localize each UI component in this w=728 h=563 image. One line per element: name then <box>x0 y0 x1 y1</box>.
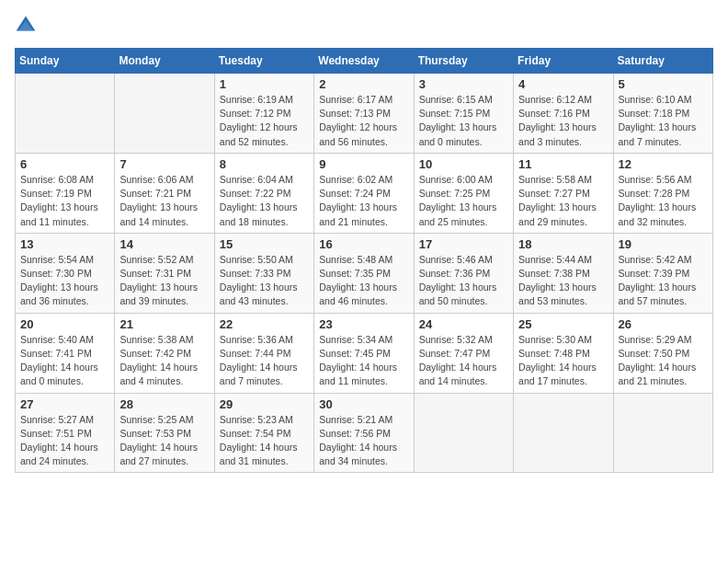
day-number: 23 <box>319 317 408 331</box>
day-info: Sunrise: 5:30 AM Sunset: 7:48 PM Dayligh… <box>518 333 608 389</box>
week-row-4: 20Sunrise: 5:40 AM Sunset: 7:41 PM Dayli… <box>16 313 713 393</box>
day-info: Sunrise: 6:00 AM Sunset: 7:25 PM Dayligh… <box>419 173 508 229</box>
day-info: Sunrise: 5:27 AM Sunset: 7:51 PM Dayligh… <box>20 413 109 469</box>
day-cell: 2Sunrise: 6:17 AM Sunset: 7:13 PM Daylig… <box>314 74 414 154</box>
day-number: 30 <box>319 397 408 411</box>
day-cell: 19Sunrise: 5:42 AM Sunset: 7:39 PM Dayli… <box>613 233 712 313</box>
week-row-5: 27Sunrise: 5:27 AM Sunset: 7:51 PM Dayli… <box>16 393 713 473</box>
day-number: 6 <box>20 157 109 171</box>
day-cell: 13Sunrise: 5:54 AM Sunset: 7:30 PM Dayli… <box>16 233 115 313</box>
day-info: Sunrise: 5:32 AM Sunset: 7:47 PM Dayligh… <box>419 333 508 389</box>
day-info: Sunrise: 5:23 AM Sunset: 7:54 PM Dayligh… <box>220 413 309 469</box>
day-info: Sunrise: 6:04 AM Sunset: 7:22 PM Dayligh… <box>220 173 309 229</box>
day-cell: 7Sunrise: 6:06 AM Sunset: 7:21 PM Daylig… <box>115 153 214 233</box>
day-info: Sunrise: 6:19 AM Sunset: 7:12 PM Dayligh… <box>220 93 309 149</box>
day-cell: 8Sunrise: 6:04 AM Sunset: 7:22 PM Daylig… <box>214 153 313 233</box>
day-info: Sunrise: 5:48 AM Sunset: 7:35 PM Dayligh… <box>319 253 408 309</box>
day-number: 26 <box>619 317 708 331</box>
calendar-body: 1Sunrise: 6:19 AM Sunset: 7:12 PM Daylig… <box>16 74 713 473</box>
day-number: 12 <box>619 157 708 171</box>
day-cell: 20Sunrise: 5:40 AM Sunset: 7:41 PM Dayli… <box>16 313 115 393</box>
day-info: Sunrise: 5:38 AM Sunset: 7:42 PM Dayligh… <box>119 333 209 389</box>
day-info: Sunrise: 6:17 AM Sunset: 7:13 PM Dayligh… <box>319 93 408 149</box>
day-number: 14 <box>119 237 209 251</box>
day-number: 28 <box>119 397 209 411</box>
day-info: Sunrise: 6:15 AM Sunset: 7:15 PM Dayligh… <box>419 93 508 149</box>
day-info: Sunrise: 5:50 AM Sunset: 7:33 PM Dayligh… <box>220 253 309 309</box>
logo-icon <box>15 15 37 37</box>
day-cell: 21Sunrise: 5:38 AM Sunset: 7:42 PM Dayli… <box>115 313 214 393</box>
day-info: Sunrise: 5:25 AM Sunset: 7:53 PM Dayligh… <box>119 413 209 469</box>
day-cell <box>16 74 115 154</box>
day-info: Sunrise: 6:06 AM Sunset: 7:21 PM Dayligh… <box>119 173 209 229</box>
day-number: 9 <box>319 157 408 171</box>
header-row: SundayMondayTuesdayWednesdayThursdayFrid… <box>16 49 713 74</box>
day-cell: 24Sunrise: 5:32 AM Sunset: 7:47 PM Dayli… <box>414 313 513 393</box>
day-number: 11 <box>518 157 608 171</box>
day-info: Sunrise: 5:56 AM Sunset: 7:28 PM Dayligh… <box>619 173 708 229</box>
day-info: Sunrise: 6:02 AM Sunset: 7:24 PM Dayligh… <box>319 173 408 229</box>
day-cell: 30Sunrise: 5:21 AM Sunset: 7:56 PM Dayli… <box>314 393 414 473</box>
day-cell: 16Sunrise: 5:48 AM Sunset: 7:35 PM Dayli… <box>314 233 414 313</box>
day-cell: 11Sunrise: 5:58 AM Sunset: 7:27 PM Dayli… <box>514 153 613 233</box>
day-number: 5 <box>619 77 708 91</box>
day-number: 16 <box>319 237 408 251</box>
day-cell <box>514 393 613 473</box>
day-number: 19 <box>619 237 708 251</box>
day-info: Sunrise: 5:29 AM Sunset: 7:50 PM Dayligh… <box>619 333 708 389</box>
day-cell <box>613 393 712 473</box>
day-info: Sunrise: 5:36 AM Sunset: 7:44 PM Dayligh… <box>220 333 309 389</box>
day-info: Sunrise: 5:44 AM Sunset: 7:38 PM Dayligh… <box>518 253 608 309</box>
day-header-saturday: Saturday <box>613 49 712 74</box>
day-number: 27 <box>20 397 109 411</box>
calendar-table: SundayMondayTuesdayWednesdayThursdayFrid… <box>15 48 713 473</box>
day-info: Sunrise: 6:10 AM Sunset: 7:18 PM Dayligh… <box>619 93 708 149</box>
day-cell: 12Sunrise: 5:56 AM Sunset: 7:28 PM Dayli… <box>613 153 712 233</box>
day-number: 4 <box>518 77 608 91</box>
day-cell: 1Sunrise: 6:19 AM Sunset: 7:12 PM Daylig… <box>214 74 313 154</box>
day-cell: 26Sunrise: 5:29 AM Sunset: 7:50 PM Dayli… <box>613 313 712 393</box>
day-cell: 22Sunrise: 5:36 AM Sunset: 7:44 PM Dayli… <box>214 313 313 393</box>
day-cell: 23Sunrise: 5:34 AM Sunset: 7:45 PM Dayli… <box>314 313 414 393</box>
day-number: 15 <box>220 237 309 251</box>
day-info: Sunrise: 5:40 AM Sunset: 7:41 PM Dayligh… <box>20 333 109 389</box>
day-cell: 27Sunrise: 5:27 AM Sunset: 7:51 PM Dayli… <box>16 393 115 473</box>
day-number: 8 <box>220 157 309 171</box>
day-number: 20 <box>20 317 109 331</box>
day-header-thursday: Thursday <box>414 49 513 74</box>
day-info: Sunrise: 6:12 AM Sunset: 7:16 PM Dayligh… <box>518 93 608 149</box>
day-number: 29 <box>220 397 309 411</box>
day-header-sunday: Sunday <box>16 49 115 74</box>
day-number: 10 <box>419 157 508 171</box>
day-cell: 3Sunrise: 6:15 AM Sunset: 7:15 PM Daylig… <box>414 74 513 154</box>
day-number: 1 <box>220 77 309 91</box>
day-number: 13 <box>20 237 109 251</box>
day-cell: 15Sunrise: 5:50 AM Sunset: 7:33 PM Dayli… <box>214 233 313 313</box>
day-cell: 28Sunrise: 5:25 AM Sunset: 7:53 PM Dayli… <box>115 393 214 473</box>
day-number: 17 <box>419 237 508 251</box>
day-number: 25 <box>518 317 608 331</box>
day-header-wednesday: Wednesday <box>314 49 414 74</box>
week-row-2: 6Sunrise: 6:08 AM Sunset: 7:19 PM Daylig… <box>16 153 713 233</box>
day-cell <box>414 393 513 473</box>
day-cell: 6Sunrise: 6:08 AM Sunset: 7:19 PM Daylig… <box>16 153 115 233</box>
day-header-friday: Friday <box>514 49 613 74</box>
day-info: Sunrise: 5:58 AM Sunset: 7:27 PM Dayligh… <box>518 173 608 229</box>
day-cell: 4Sunrise: 6:12 AM Sunset: 7:16 PM Daylig… <box>514 74 613 154</box>
day-cell: 25Sunrise: 5:30 AM Sunset: 7:48 PM Dayli… <box>514 313 613 393</box>
day-number: 2 <box>319 77 408 91</box>
page-header <box>15 15 713 37</box>
day-cell: 14Sunrise: 5:52 AM Sunset: 7:31 PM Dayli… <box>115 233 214 313</box>
day-number: 18 <box>518 237 608 251</box>
day-cell: 29Sunrise: 5:23 AM Sunset: 7:54 PM Dayli… <box>214 393 313 473</box>
week-row-1: 1Sunrise: 6:19 AM Sunset: 7:12 PM Daylig… <box>16 74 713 154</box>
day-cell: 17Sunrise: 5:46 AM Sunset: 7:36 PM Dayli… <box>414 233 513 313</box>
day-number: 24 <box>419 317 508 331</box>
day-header-tuesday: Tuesday <box>214 49 313 74</box>
day-cell: 10Sunrise: 6:00 AM Sunset: 7:25 PM Dayli… <box>414 153 513 233</box>
day-cell: 18Sunrise: 5:44 AM Sunset: 7:38 PM Dayli… <box>514 233 613 313</box>
day-number: 22 <box>220 317 309 331</box>
day-info: Sunrise: 6:08 AM Sunset: 7:19 PM Dayligh… <box>20 173 109 229</box>
day-cell: 9Sunrise: 6:02 AM Sunset: 7:24 PM Daylig… <box>314 153 414 233</box>
day-number: 3 <box>419 77 508 91</box>
